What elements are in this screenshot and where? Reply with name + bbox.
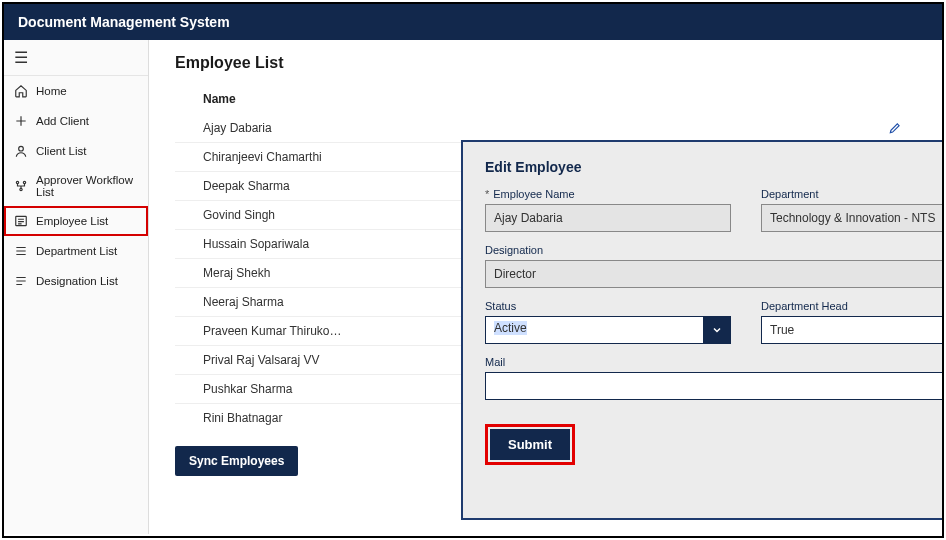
- department-head-label: Department Head: [761, 300, 942, 312]
- app-title: Document Management System: [18, 14, 230, 30]
- app-window: Document Management System ☰ Home Add Cl…: [2, 2, 944, 538]
- employee-name-cell: Chiranjeevi Chamarthi: [203, 150, 343, 164]
- designation-label: Designation: [485, 244, 942, 256]
- page-title: Employee List: [175, 54, 916, 72]
- sync-employees-button[interactable]: Sync Employees: [175, 446, 298, 476]
- table-row: Ajay Dabaria: [175, 114, 916, 142]
- hamburger-menu[interactable]: ☰: [4, 40, 148, 76]
- designation-field[interactable]: [485, 260, 942, 288]
- employee-name-cell: Govind Singh: [203, 208, 343, 222]
- svg-point-0: [19, 146, 24, 151]
- status-select[interactable]: Active: [485, 316, 731, 344]
- employee-name-field[interactable]: [485, 204, 731, 232]
- hamburger-icon: ☰: [14, 49, 28, 66]
- main-content: Employee List Name Ajay DabariaChiranjee…: [149, 40, 942, 534]
- submit-highlight: Submit: [485, 424, 575, 465]
- svg-point-1: [16, 181, 18, 183]
- modal-title: Edit Employee: [485, 159, 581, 175]
- sidebar-item-label: Approver Workflow List: [36, 174, 138, 198]
- plus-icon: [14, 114, 28, 128]
- sidebar-item-label: Employee List: [36, 215, 108, 227]
- sidebar-item-label: Add Client: [36, 115, 89, 127]
- employee-name-label: *Employee Name: [485, 188, 731, 200]
- edit-button[interactable]: [888, 121, 916, 135]
- sidebar-item-home[interactable]: Home: [4, 76, 148, 106]
- employee-name-cell: Pushkar Sharma: [203, 382, 343, 396]
- department-field[interactable]: [761, 204, 942, 232]
- employee-name-cell: Hussain Sopariwala: [203, 237, 343, 251]
- employee-name-cell: Praveen Kumar Thirukovalluru: [203, 324, 343, 338]
- employee-name-cell: Deepak Sharma: [203, 179, 343, 193]
- employee-name-cell: Rini Bhatnagar: [203, 411, 343, 425]
- sidebar-item-designation-list[interactable]: Designation List: [4, 266, 148, 296]
- mail-field[interactable]: [485, 372, 942, 400]
- employee-name-cell: Neeraj Sharma: [203, 295, 343, 309]
- pencil-icon: [888, 121, 902, 135]
- sidebar-item-label: Client List: [36, 145, 87, 157]
- sidebar-item-label: Department List: [36, 245, 117, 257]
- lines-icon: [14, 274, 28, 288]
- department-label: Department: [761, 188, 942, 200]
- sidebar-item-add-client[interactable]: Add Client: [4, 106, 148, 136]
- mail-label: Mail: [485, 356, 942, 368]
- submit-button[interactable]: Submit: [490, 429, 570, 460]
- titlebar: Document Management System: [4, 4, 942, 40]
- chevron-down-icon[interactable]: [703, 316, 731, 344]
- sidebar-item-client-list[interactable]: Client List: [4, 136, 148, 166]
- employee-name-cell: Prival Raj Valsaraj VV: [203, 353, 343, 367]
- workflow-icon: [14, 179, 28, 193]
- status-value: Active: [494, 321, 527, 335]
- sidebar-item-label: Designation List: [36, 275, 118, 287]
- employee-name-cell: Ajay Dabaria: [203, 121, 343, 135]
- list-icon: [14, 214, 28, 228]
- employee-name-cell: Meraj Shekh: [203, 266, 343, 280]
- column-header-name: Name: [175, 86, 916, 114]
- person-icon: [14, 144, 28, 158]
- sidebar-item-employee-list[interactable]: Employee List: [4, 206, 148, 236]
- sidebar-item-approver-workflow[interactable]: Approver Workflow List: [4, 166, 148, 206]
- svg-point-3: [20, 188, 22, 190]
- sidebar-item-label: Home: [36, 85, 67, 97]
- lines-icon: [14, 244, 28, 258]
- status-label: Status: [485, 300, 731, 312]
- svg-point-2: [23, 181, 25, 183]
- sidebar: ☰ Home Add Client Client List: [4, 40, 149, 534]
- edit-employee-modal: Edit Employee ✕ *Employee Name Departmen…: [461, 140, 942, 520]
- home-icon: [14, 84, 28, 98]
- sidebar-item-department-list[interactable]: Department List: [4, 236, 148, 266]
- department-head-field[interactable]: [761, 316, 942, 344]
